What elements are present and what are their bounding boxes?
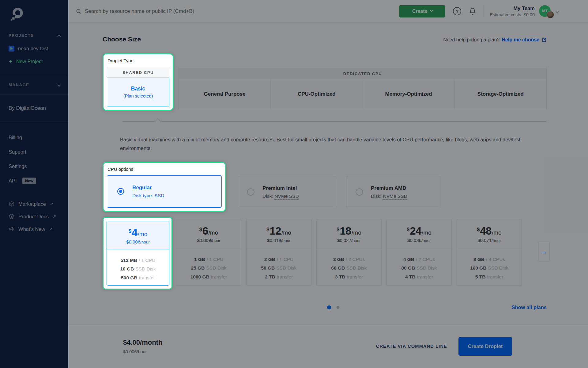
project-icon [9,46,14,52]
sidebar-divider [0,75,68,75]
hourly-cost: $0.006/hour [123,349,162,354]
plan-hourly: $0.009 [197,238,211,243]
sidebar-item-whats-new[interactable]: What's New ↗ [9,226,68,232]
pagination-dot[interactable] [337,306,339,309]
nvme-ssd-tooltip-term: NVMe SSD [274,194,299,200]
plan-price: 12 [270,225,281,237]
plan-transfer: 5 TBtransfer [457,273,522,282]
next-plans-arrow-button[interactable]: → [538,242,550,262]
sidebar-new-project-button[interactable]: + New Project [9,59,68,64]
pagination-dot-active[interactable] [327,305,331,309]
whats-new-label: What's New [18,226,45,232]
radio-unselected-icon [247,188,254,196]
help-menu-button[interactable]: ? [453,7,461,15]
plus-icon: + [9,59,12,64]
regular-title: Regular [132,185,164,191]
plan-transfer: 3 TBtransfer [317,273,381,282]
show-all-plans-link[interactable]: Show all plans [511,305,547,310]
settings-label: Settings [9,163,27,169]
external-arrow-icon: ↗ [50,201,54,207]
external-arrow-icon: ↗ [49,226,53,232]
sidebar-manage-header[interactable]: MANAGE [0,82,68,87]
account-avatar[interactable]: MT [539,5,551,17]
plan-transfer: 4 TBtransfer [387,273,451,282]
plan-transfer: 2 TBtransfer [247,273,311,282]
question-mark-icon: ? [456,9,458,14]
account-menu-chevron[interactable] [556,9,559,14]
sidebar-item-support[interactable]: Support [9,149,68,155]
manage-label: MANAGE [9,82,29,87]
sidebar-item-settings[interactable]: Settings [9,163,68,169]
currency-symbol: $ [199,227,202,232]
search-input[interactable] [85,8,269,14]
avatar-initials: MT [542,9,548,13]
premium-intel-disk: Disk:NVMe SSD [262,194,299,199]
product-docs-label: Product Docs [18,214,49,220]
digitalocean-logo-icon[interactable] [10,7,68,22]
tab-memory-optimized[interactable]: Memory-Optimized [363,79,455,109]
radio-unselected-icon [356,188,363,196]
team-menu[interactable]: My Team Estimated costs: $0.00 [490,6,535,17]
plan-selected-note: (Plan selected) [123,94,153,98]
tab-cpu-optimized[interactable]: CPU-Optimized [271,79,363,109]
per-month: /mo [422,229,432,236]
create-droplet-button[interactable]: Create Droplet [458,337,512,356]
shared-cpu-header: SHARED CPU [107,67,169,78]
plan-card-48[interactable]: $ 48 /mo $0.071/hour 8 GB/ 4 CPUs 160 GB… [457,219,522,286]
chevron-down-icon [57,83,61,86]
plan-disk: 60 GBSSD Disk [317,264,381,273]
plan-card-24[interactable]: $ 24 /mo $0.036/hour 4 GB/ 2 CPUs 80 GBS… [386,219,452,286]
sidebar-projects-header[interactable]: PROJECTS [0,33,68,38]
chevron-up-icon [57,35,61,38]
cube-icon [9,201,15,207]
topbar-divider [483,5,484,18]
external-arrow-icon: ↗ [52,214,56,219]
sidebar-item-marketplace[interactable]: Marketplace ↗ [9,201,68,207]
nvme-ssd-tooltip-term: NVMe SSD [383,194,407,200]
plan-card-12[interactable]: $ 12 /mo $0.018/hour 2 GB/ 1 CPU 50 GBSS… [246,219,311,286]
plan-price: 24 [410,225,421,237]
plans-pagination [327,305,339,309]
new-badge: New [22,178,36,184]
help-prefix: Need help picking a plan? [443,37,499,43]
plan-disk: 160 GBSSD Disk [457,264,522,273]
cpu-option-premium-intel[interactable]: Premium Intel Disk:NVMe SSD [238,176,336,208]
cpu-options-label: CPU options [107,167,222,172]
premium-intel-title: Premium Intel [262,185,299,191]
dedicated-cpu-group: DEDICATED CPU General Purpose CPU-Optimi… [179,68,547,109]
cpu-option-regular-selected[interactable]: Regular Disk type: SSD [107,175,222,208]
plan-card-6[interactable]: $ 6 /mo $0.009/hour 1 GB/ 1 CPU 25 GBSSD… [176,219,241,286]
plan-price: 18 [340,225,351,237]
tab-general-purpose[interactable]: General Purpose [179,79,271,109]
plan-price: 4 [132,226,138,239]
sidebar-item-product-docs[interactable]: Product Docs ↗ [9,213,68,220]
sidebar-item-billing[interactable]: Billing [9,134,68,140]
sidebar-item-api[interactable]: API New [9,178,68,184]
global-search[interactable] [76,8,399,14]
cpu-option-premium-amd[interactable]: Premium AMD Disk:NVMe SSD [346,176,441,208]
tab-basic-selected[interactable]: Basic (Plan selected) [107,78,169,106]
per-month: /mo [281,229,291,236]
currency-symbol: $ [266,227,269,232]
help-me-choose-link[interactable]: Help me choose [502,37,539,43]
currency-symbol: $ [337,227,339,232]
tab-storage-optimized[interactable]: Storage-Optimized [455,79,547,109]
project-name: neon-dev-test [18,46,48,52]
plan-price: 48 [480,225,492,237]
plan-card-18[interactable]: $ 18 /mo $0.027/hour 2 GB/ 2 CPUs 60 GBS… [316,219,382,286]
plan-ram: 8 GB/ 4 CPUs [457,255,522,264]
new-project-label: New Project [16,59,43,64]
search-icon [76,8,82,14]
plan-ram: 2 GB/ 1 CPU [247,255,311,264]
plan-card-4[interactable]: $ 4 /mo $0.006/hour 512 MB/ 1 CPU 10 GBS… [107,221,169,286]
create-via-command-line-link[interactable]: CREATE VIA COMMAND LINE [376,344,447,349]
sidebar-item-project-neon-dev-test[interactable]: neon-dev-test [9,46,68,52]
sidebar-divider [0,122,68,122]
plan-transfer: 500 GBtransfer [107,274,169,282]
notifications-bell-icon[interactable] [469,7,477,15]
dedicated-cpu-header: DEDICATED CPU [179,68,547,79]
plan-hourly: $0.027 [337,238,351,243]
create-button[interactable]: Create [399,5,445,17]
droplet-type-highlight: Droplet Type SHARED CPU Basic (Plan sele… [103,53,174,111]
choose-size-section: Choose Size Need help picking a plan? He… [68,23,588,324]
